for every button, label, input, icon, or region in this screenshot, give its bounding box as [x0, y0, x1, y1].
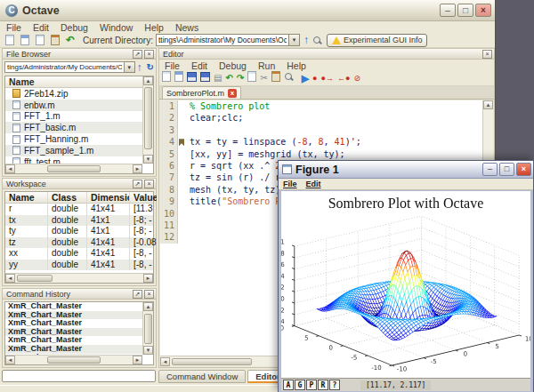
path-dropdown-button[interactable]: ▼: [125, 61, 135, 73]
scroll-left-icon[interactable]: ◄: [160, 357, 170, 366]
save-as-icon[interactable]: [200, 72, 210, 85]
workspace-row[interactable]: tzdouble41x41[-0.08: [5, 237, 153, 249]
workspace-row[interactable]: tydouble41x1[-8; -: [5, 226, 153, 237]
menu-news[interactable]: News: [175, 22, 198, 33]
scroll-left-icon[interactable]: ◄: [5, 274, 15, 283]
open-file-icon[interactable]: [174, 71, 183, 85]
run-icon[interactable]: ▶: [302, 72, 309, 84]
scroll-up-icon[interactable]: ▲: [143, 302, 153, 311]
scroll-right-icon[interactable]: ►: [133, 164, 142, 173]
figure-menu-file[interactable]: File: [283, 180, 297, 188]
editor-menu-debug[interactable]: Debug: [219, 60, 247, 71]
workspace-row[interactable]: txdouble41x1[-8; -: [5, 215, 153, 227]
editor-file-tab[interactable]: SombreroPlot.m x: [162, 86, 241, 99]
scroll-thumb[interactable]: [172, 358, 252, 365]
directory-up-icon[interactable]: ↑: [303, 34, 309, 46]
copy-icon[interactable]: [247, 71, 256, 85]
search-icon[interactable]: [312, 36, 322, 45]
maximize-button[interactable]: □: [457, 4, 473, 17]
file-row[interactable]: FFT_sample_1.m: [5, 145, 142, 156]
scroll-down-icon[interactable]: ▼: [143, 346, 153, 355]
editor-menu-edit[interactable]: Edit: [191, 60, 207, 71]
copy-icon[interactable]: [34, 35, 46, 46]
file-list-vscrollbar[interactable]: ▲ ▼: [142, 76, 153, 164]
command-filter-input[interactable]: [2, 370, 156, 382]
menu-window[interactable]: Window: [100, 22, 133, 33]
figure-mode-button-?[interactable]: ?: [329, 380, 340, 390]
scroll-thumb[interactable]: [17, 275, 53, 282]
workspace-row[interactable]: rdouble41x41[11.3: [5, 204, 153, 215]
scroll-down-icon[interactable]: ▼: [143, 155, 153, 164]
editor-menu-run[interactable]: Run: [258, 60, 275, 71]
menu-edit[interactable]: Edit: [33, 22, 49, 33]
undo-icon[interactable]: ↶: [64, 35, 77, 46]
scroll-up-icon[interactable]: ▲: [143, 76, 153, 85]
file-browser-path-input[interactable]: [4, 61, 125, 73]
history-item[interactable]: XmR_Chart_Master: [5, 302, 142, 311]
scroll-right-icon[interactable]: ►: [143, 274, 153, 283]
new-file-icon[interactable]: [4, 35, 16, 46]
main-titlebar[interactable]: C Octave – □ ×: [0, 0, 495, 21]
close-panel-icon[interactable]: ×: [144, 50, 154, 59]
file-row[interactable]: FFT_Hanning.m: [5, 133, 142, 145]
undo-icon[interactable]: ↶: [225, 72, 232, 84]
scroll-left-icon[interactable]: ◄: [5, 356, 15, 364]
file-row[interactable]: FFT_basic.m: [5, 122, 142, 133]
directory-dropdown-button[interactable]: ▼: [289, 34, 300, 46]
history-item[interactable]: XmR_Chart_Master: [5, 345, 142, 354]
file-row[interactable]: FFT_1.m: [5, 111, 142, 123]
close-button[interactable]: ×: [516, 163, 531, 176]
find-icon[interactable]: [284, 72, 298, 85]
menu-help[interactable]: Help: [144, 22, 164, 33]
figure-mode-button-p[interactable]: P: [306, 380, 317, 390]
history-vscrollbar[interactable]: ▲ ▼: [142, 302, 153, 355]
previous-breakpoint-icon[interactable]: ←●: [337, 72, 350, 84]
scroll-left-icon[interactable]: ◄: [5, 164, 15, 173]
menu-file[interactable]: File: [6, 22, 21, 33]
minimize-button[interactable]: –: [482, 163, 498, 176]
workspace-col-header[interactable]: Class: [48, 192, 87, 203]
figure-titlebar[interactable]: Figure 1 – □ ×: [279, 161, 533, 179]
editor-menu-help[interactable]: Help: [287, 60, 306, 71]
editor-menu-file[interactable]: File: [165, 60, 180, 71]
menu-debug[interactable]: Debug: [61, 22, 88, 33]
workspace-row[interactable]: yydouble41x41[-8, -: [5, 260, 153, 271]
new-file-icon[interactable]: [162, 71, 171, 85]
undock-icon[interactable]: ↗: [133, 290, 142, 299]
file-list-hscrollbar[interactable]: ◄ ►: [5, 164, 142, 173]
maximize-button[interactable]: □: [499, 163, 514, 176]
workspace-hscrollbar[interactable]: ◄ ►: [5, 273, 153, 283]
workspace-col-header[interactable]: Value: [130, 192, 157, 203]
workspace-col-header[interactable]: Name: [5, 192, 48, 203]
print-icon[interactable]: ▤: [214, 72, 222, 84]
workspace-col-header[interactable]: Dimension: [87, 192, 130, 203]
cut-icon[interactable]: ✂: [260, 72, 267, 84]
file-row[interactable]: 2Feb14.zip: [5, 88, 142, 100]
history-hscrollbar[interactable]: ◄ ►: [5, 355, 142, 364]
scroll-thumb[interactable]: [144, 87, 152, 149]
paste-icon[interactable]: [271, 71, 280, 85]
scroll-thumb[interactable]: [144, 314, 152, 344]
history-item[interactable]: XmR_Chart_Master: [5, 328, 142, 337]
figure-mode-button-r[interactable]: R: [318, 380, 328, 390]
dock-tab-command-window[interactable]: Command Window: [158, 370, 246, 383]
workspace-row[interactable]: xxdouble41x41[-8, -: [5, 248, 153, 260]
next-breakpoint-icon[interactable]: ●→: [321, 72, 334, 84]
scroll-right-icon[interactable]: ►: [133, 356, 142, 364]
figure-menu-edit[interactable]: Edit: [306, 180, 321, 188]
open-file-icon[interactable]: [19, 35, 31, 46]
close-button[interactable]: ×: [475, 4, 491, 17]
close-panel-icon[interactable]: ×: [144, 180, 154, 188]
history-item[interactable]: XmR_Chart_Master: [5, 311, 142, 320]
file-list-name-header[interactable]: Name: [5, 76, 153, 88]
figure-mode-button-g[interactable]: G: [295, 380, 305, 390]
folder-up-icon[interactable]: ↑: [137, 61, 142, 74]
experimental-gui-info-button[interactable]: Experimental GUI Info: [327, 34, 428, 47]
minimize-button[interactable]: –: [440, 4, 456, 17]
paste-icon[interactable]: [49, 35, 61, 46]
file-row[interactable]: enbw.m: [5, 100, 142, 111]
close-panel-icon[interactable]: ×: [144, 290, 154, 299]
scroll-thumb[interactable]: [47, 165, 101, 172]
undock-icon[interactable]: ↗: [133, 180, 142, 188]
redo-icon[interactable]: ↷: [237, 72, 244, 84]
